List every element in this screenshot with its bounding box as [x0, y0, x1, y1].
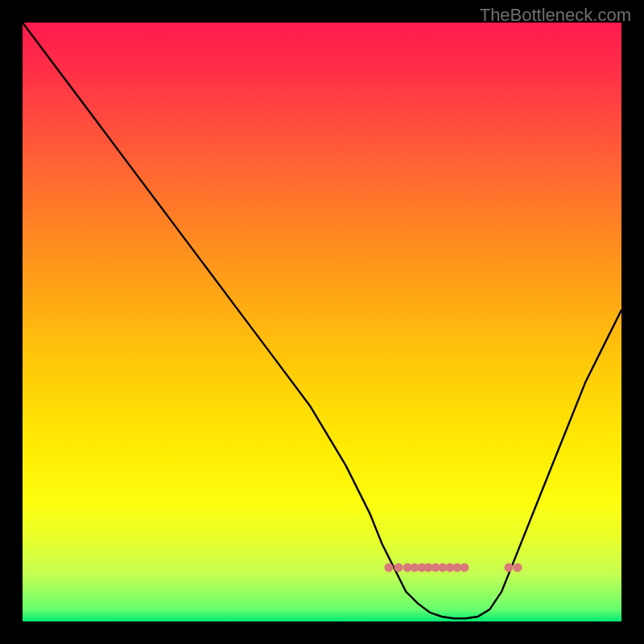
chart-plot-area	[23, 23, 621, 621]
highlight-dot	[385, 564, 394, 572]
highlight-dot	[513, 564, 522, 572]
chart-curve-svg	[23, 23, 621, 621]
bottleneck-curve-path	[23, 23, 621, 618]
watermark-text: TheBottleneck.com	[480, 5, 631, 26]
highlight-dot	[460, 564, 469, 572]
highlight-dot	[505, 564, 514, 572]
highlight-dot	[394, 564, 403, 572]
